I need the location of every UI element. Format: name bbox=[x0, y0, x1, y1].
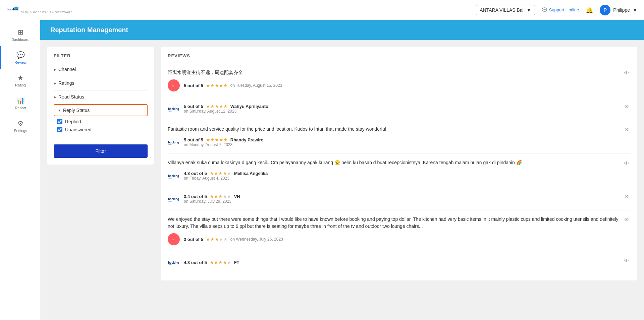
user-avatar: P bbox=[600, 5, 610, 15]
sidebar: ⊞ Dashboard 💬 Review ★ Rating 📊 Report ⚙… bbox=[0, 20, 40, 287]
review-text: Villanya enak suka cuma lokasinya d gang… bbox=[168, 159, 623, 166]
unanswered-checkbox-item: Unanswered bbox=[57, 127, 148, 132]
svg-text:.com: .com bbox=[168, 264, 171, 266]
review-date: on Saturday, July 29, 2023 bbox=[184, 199, 623, 204]
logo-icon: book link bbox=[7, 5, 19, 15]
filter-panel: FILTER ▶ Channel ▶ Ratings ▶ bbox=[47, 47, 154, 165]
svg-text:.com: .com bbox=[168, 110, 171, 112]
review-icon: 💬 bbox=[16, 51, 25, 59]
sidebar-label-review: Review bbox=[14, 60, 26, 64]
replied-label[interactable]: Replied bbox=[65, 119, 81, 124]
unanswered-checkbox[interactable] bbox=[57, 127, 62, 132]
review-author: FT bbox=[234, 260, 239, 265]
review-text: Fantastic room and service quality for t… bbox=[168, 126, 623, 133]
booking-logo-svg: booking .com bbox=[168, 256, 180, 268]
review-meta: booking .com 4.8 out of 5 ★★★★★ FT bbox=[168, 256, 623, 268]
filter-read-status-label: Read Status bbox=[58, 94, 84, 100]
svg-point-4 bbox=[16, 7, 18, 8]
view-review-icon[interactable]: 👁 bbox=[623, 126, 631, 134]
review-score: 5 out of 5 bbox=[184, 137, 203, 142]
review-info: 4.8 out of 5 ★★★★★ FT bbox=[184, 260, 623, 265]
settings-icon: ⚙ bbox=[17, 119, 23, 127]
review-channel-avatar: ⌂ bbox=[168, 233, 180, 245]
view-review-icon[interactable]: 👁 bbox=[623, 103, 631, 111]
review-meta: booking .com 3.4 out of 5 ★★★★★ VH bbox=[168, 193, 623, 205]
review-text: 距离水明漾主街不远，周边配套齐全 bbox=[168, 69, 623, 76]
filter-ratings-section: ▶ Ratings bbox=[54, 77, 148, 89]
reviews-panel: REVIEWS 距离水明漾主街不远，周边配套齐全 ⌂ bbox=[161, 47, 637, 280]
review-row: booking .com 5 out of 5 ★★★★★ Wahyu Apri… bbox=[168, 103, 631, 115]
hotel-selector[interactable]: ANTARA VILLAS Bali ▼ bbox=[476, 5, 535, 15]
view-review-icon[interactable]: 👁 bbox=[623, 216, 631, 225]
review-date: on Tuesday, August 15, 2023 bbox=[230, 83, 282, 88]
review-channel-avatar: booking .com bbox=[168, 103, 180, 115]
read-status-arrow-icon: ▶ bbox=[54, 95, 56, 99]
booking-logo-svg: booking .com bbox=[168, 193, 180, 205]
view-review-icon[interactable]: 👁 bbox=[623, 256, 631, 265]
review-score-line: 5 out of 5 ★★★★★ on Tuesday, August 15, … bbox=[184, 83, 623, 88]
rating-icon: ★ bbox=[17, 74, 23, 82]
filter-channel-label: Channel bbox=[58, 67, 76, 72]
logo-sub: CLOUD HOSPITALITY SOFTWARE bbox=[21, 11, 73, 14]
review-score: 3.4 out of 5 bbox=[184, 194, 207, 199]
ratings-arrow-icon: ▶ bbox=[54, 81, 56, 85]
filter-button[interactable]: Filter bbox=[54, 144, 148, 158]
view-review-icon[interactable]: 👁 bbox=[623, 159, 631, 168]
filter-ratings-header[interactable]: ▶ Ratings bbox=[54, 77, 148, 89]
review-author: VH bbox=[234, 194, 240, 199]
view-review-icon[interactable]: 👁 bbox=[623, 193, 631, 201]
review-score-line: 3.4 out of 5 ★★★★★ VH bbox=[184, 194, 623, 199]
review-score-line: 4.8 out of 5 ★★★★★ Mellisa Angelika bbox=[184, 171, 623, 176]
review-score-line: 5 out of 5 ★★★★★ Wahyu Apriliyanto bbox=[184, 104, 623, 109]
review-score: 5 out of 5 bbox=[184, 83, 203, 88]
review-channel-avatar: booking .com bbox=[168, 136, 180, 148]
review-info: 5 out of 5 ★★★★★ Wahyu Apriliyanto on Sa… bbox=[184, 104, 623, 114]
view-review-icon[interactable]: 👁 bbox=[623, 69, 631, 78]
review-meta: booking .com 5 out of 5 ★★★★★ Rhandy Pra… bbox=[168, 136, 623, 148]
review-info: 4.8 out of 5 ★★★★★ Mellisa Angelika on F… bbox=[184, 171, 623, 181]
filter-reply-status-header[interactable]: ▼ Reply Status bbox=[54, 104, 148, 116]
support-hotline-label: Support Hotline bbox=[549, 7, 579, 12]
review-author: Mellisa Angelika bbox=[234, 171, 268, 176]
review-score: 5 out of 5 bbox=[184, 104, 203, 109]
sidebar-item-rating[interactable]: ★ Rating bbox=[0, 69, 40, 92]
replied-checkbox[interactable] bbox=[57, 119, 62, 124]
filter-ratings-label: Ratings bbox=[58, 80, 74, 86]
review-date: on Saturday, August 12, 2023 bbox=[184, 109, 623, 114]
main-area: FILTER ▶ Channel ▶ Ratings ▶ bbox=[40, 40, 644, 287]
booking-logo-svg: booking .com bbox=[168, 103, 180, 115]
report-icon: 📊 bbox=[16, 97, 25, 105]
review-score-line: 3 out of 5 ★★★★★ on Wednesday, July 26, … bbox=[184, 237, 623, 242]
review-stars: ★★★★★ bbox=[210, 260, 231, 265]
sidebar-item-settings[interactable]: ⚙ Settings bbox=[0, 115, 40, 137]
filter-reply-status-label: Reply Status bbox=[63, 108, 90, 113]
review-author: Rhandy Prawiro bbox=[230, 137, 264, 142]
sidebar-item-review[interactable]: 💬 Review bbox=[0, 46, 40, 69]
filter-channel-header[interactable]: ▶ Channel bbox=[54, 63, 148, 75]
review-channel-avatar: booking .com bbox=[168, 256, 180, 268]
filter-reply-status-section: ▼ Reply Status Replied Unanswered bbox=[54, 104, 148, 138]
app-layout: ⊞ Dashboard 💬 Review ★ Rating 📊 Report ⚙… bbox=[0, 20, 644, 287]
review-row: 距离水明漾主街不远，周边配套齐全 ⌂ 5 out of 5 ★★★★★ o bbox=[168, 69, 631, 91]
whatsapp-icon: 💬 bbox=[542, 7, 547, 12]
unanswered-label[interactable]: Unanswered bbox=[65, 127, 92, 132]
filter-read-status-header[interactable]: ▶ Read Status bbox=[54, 90, 148, 103]
notification-bell-icon[interactable]: 🔔 bbox=[586, 6, 593, 14]
reply-status-arrow-icon: ▼ bbox=[58, 109, 61, 112]
svg-text:.com: .com bbox=[168, 144, 171, 145]
filter-read-status-section: ▶ Read Status bbox=[54, 90, 148, 103]
review-score-line: 4.8 out of 5 ★★★★★ FT bbox=[184, 260, 623, 265]
review-channel-avatar: booking .com bbox=[168, 193, 180, 205]
review-row: We enjoyed the stay but there were some … bbox=[168, 216, 631, 245]
top-nav: book link CLOUD HOSPITALITY SOFTWARE ANT… bbox=[0, 0, 644, 20]
sidebar-item-report[interactable]: 📊 Report bbox=[0, 92, 40, 115]
hotel-dropdown-icon: ▼ bbox=[527, 7, 531, 13]
replied-checkbox-item: Replied bbox=[57, 119, 148, 124]
user-menu[interactable]: P Philippe ▼ bbox=[600, 5, 637, 15]
svg-text:.com: .com bbox=[168, 200, 171, 202]
review-item: Fantastic room and service quality for t… bbox=[168, 120, 631, 154]
review-item: booking .com 4.8 out of 5 ★★★★★ FT bbox=[168, 251, 631, 274]
sidebar-label-settings: Settings bbox=[14, 129, 27, 133]
sidebar-item-dashboard[interactable]: ⊞ Dashboard bbox=[0, 23, 40, 46]
support-hotline-button[interactable]: 💬 Support Hotline bbox=[542, 7, 579, 12]
